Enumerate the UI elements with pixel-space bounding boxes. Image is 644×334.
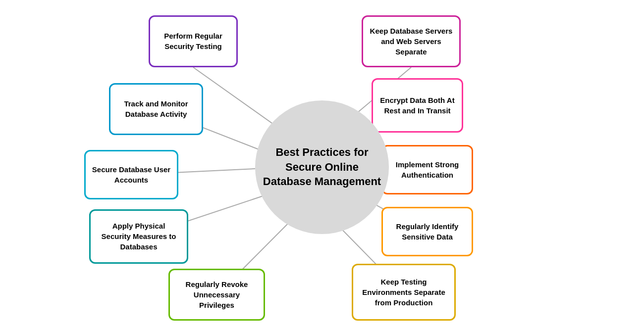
- practice-box-text-track-monitor: Track and Monitor Database Activity: [116, 98, 196, 119]
- practice-box-text-apply-physical: Apply Physical Security Measures to Data…: [97, 221, 181, 252]
- practice-box-text-keep-testing: Keep Testing Environments Separate from …: [359, 277, 448, 308]
- practice-box-text-keep-servers-separate: Keep Database Servers and Web Servers Se…: [369, 26, 453, 57]
- practice-box-text-revoke-privileges: Regularly Revoke Unnecessary Privileges: [176, 279, 258, 310]
- practice-box-apply-physical: Apply Physical Security Measures to Data…: [89, 209, 188, 264]
- practice-box-text-identify-sensitive: Regularly Identify Sensitive Data: [389, 221, 466, 242]
- practice-box-text-secure-accounts: Secure Database User Accounts: [92, 164, 171, 185]
- practice-box-text-implement-auth: Implement Strong Authentication: [389, 159, 466, 180]
- practice-box-secure-accounts: Secure Database User Accounts: [84, 150, 178, 199]
- center-circle: Best Practices for Secure Online Databas…: [255, 100, 389, 234]
- practice-box-revoke-privileges: Regularly Revoke Unnecessary Privileges: [168, 269, 265, 321]
- practice-box-text-encrypt-data: Encrypt Data Both At Rest and In Transit: [379, 95, 456, 116]
- practice-box-keep-testing: Keep Testing Environments Separate from …: [352, 264, 456, 321]
- practice-box-perform-regular: Perform Regular Security Testing: [149, 15, 238, 67]
- practice-box-keep-servers-separate: Keep Database Servers and Web Servers Se…: [362, 15, 461, 67]
- practice-box-text-perform-regular: Perform Regular Security Testing: [156, 31, 230, 51]
- diagram-container: Best Practices for Secure Online Databas…: [25, 6, 619, 328]
- practice-box-identify-sensitive: Regularly Identify Sensitive Data: [381, 207, 473, 256]
- center-circle-title: Best Practices for Secure Online Databas…: [255, 140, 389, 194]
- practice-box-track-monitor: Track and Monitor Database Activity: [109, 83, 203, 135]
- practice-box-encrypt-data: Encrypt Data Both At Rest and In Transit: [372, 78, 463, 133]
- practice-box-implement-auth: Implement Strong Authentication: [381, 145, 473, 194]
